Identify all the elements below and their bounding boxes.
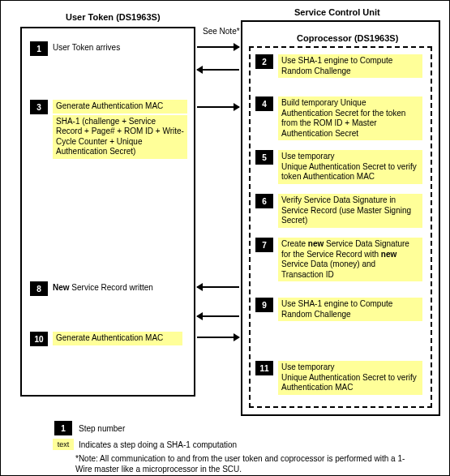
step-8: 8 New Service Record written — [30, 281, 188, 296]
step-number: 1 — [30, 41, 48, 56]
step-number: 6 — [255, 194, 273, 208]
legend-num-label: Step number — [79, 424, 125, 433]
title-user-token: User Token (DS1963S) — [66, 12, 161, 22]
step-text: New Service Record written — [53, 281, 153, 294]
arrow-1-to-2 — [197, 46, 239, 48]
title-scu: Service Control Unit — [294, 7, 380, 17]
step-number: 3 — [30, 100, 48, 114]
step-number: 2 — [255, 54, 273, 69]
step-3: 3 Generate Authentication MAC SHA-1 (cha… — [30, 100, 191, 159]
step-subtext: SHA-1 (challenge + Service Record + Page… — [53, 115, 187, 159]
legend-swatch-icon: text — [53, 439, 74, 450]
step-11: 11 Use temporary Unique Authentication S… — [255, 361, 426, 395]
step-text: Build temporary Unique Authentication Se… — [278, 96, 422, 140]
arrow-9-to-10 — [197, 315, 239, 317]
step-text: Use temporary Unique Authentication Secr… — [278, 150, 422, 184]
step-number: 4 — [255, 96, 273, 111]
step-10: 10 Generate Authentication MAC — [30, 332, 191, 346]
title-coprocessor: Coprocessor (DS1963S) — [297, 33, 398, 43]
step-text: Use SHA-1 engine to Compute Random Chall… — [278, 54, 422, 78]
step-text: User Token arrives — [53, 41, 120, 54]
step-number: 5 — [255, 150, 273, 165]
legend-num-icon: 1 — [54, 421, 72, 435]
step-text: Use SHA-1 engine to Compute Random Chall… — [278, 298, 422, 321]
arrow-2-to-3 — [197, 69, 239, 71]
step-text: Generate Authentication MAC — [53, 332, 182, 345]
legend-swatch-label: Indicates a step doing a SHA-1 computati… — [79, 440, 237, 449]
diagram-canvas: User Token (DS1963S) Service Control Uni… — [0, 0, 450, 476]
step-number: 8 — [30, 281, 48, 296]
step-number: 11 — [255, 361, 273, 375]
step-4: 4 Build temporary Unique Authentication … — [255, 96, 426, 140]
step-2: 2 Use SHA-1 engine to Compute Random Cha… — [255, 54, 426, 78]
see-note-label: See Note* — [203, 27, 240, 36]
step-text: Verify Service Data Signature in Service… — [278, 194, 422, 228]
step-6: 6 Verify Service Data Signature in Servi… — [255, 194, 426, 228]
step-9: 9 Use SHA-1 engine to Compute Random Cha… — [255, 298, 426, 321]
legend-step-number: 1 Step number — [54, 421, 125, 435]
step-text: Create new Service Data Signature for th… — [278, 238, 422, 281]
step-number: 7 — [255, 238, 273, 252]
legend-sha: text Indicates a step doing a SHA-1 comp… — [53, 439, 237, 450]
footnote: *Note: All communication to and from the… — [75, 453, 416, 474]
step-text: Use temporary Unique Authentication Secr… — [278, 361, 422, 395]
step-7: 7 Create new Service Data Signature for … — [255, 238, 426, 281]
step-number: 9 — [255, 298, 273, 312]
step-number: 10 — [30, 332, 48, 346]
arrow-7-to-8 — [197, 286, 239, 288]
step-1: 1 User Token arrives — [30, 41, 188, 56]
step-text: Generate Authentication MAC — [53, 100, 187, 114]
arrow-10-to-11 — [197, 337, 239, 338]
step-5: 5 Use temporary Unique Authentication Se… — [255, 150, 426, 184]
arrow-3-to-4 — [197, 106, 239, 108]
